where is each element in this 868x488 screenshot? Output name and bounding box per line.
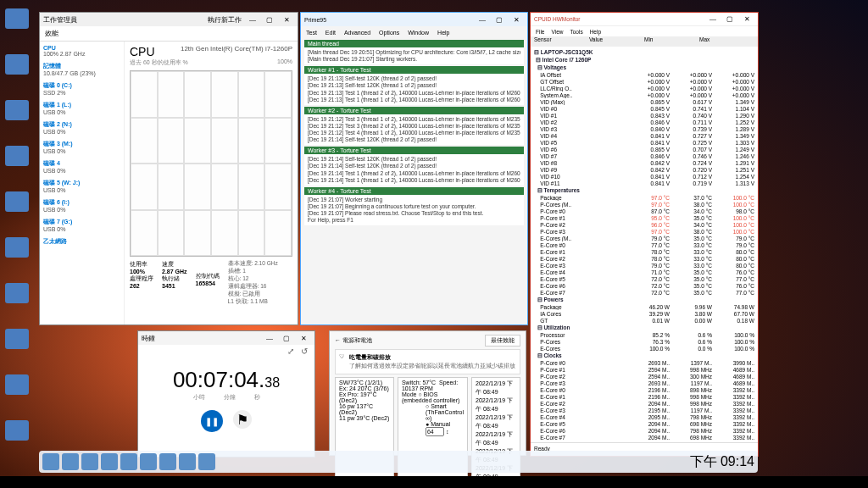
desktop-icon[interactable] xyxy=(2,191,32,222)
sensor-row[interactable]: E-Core #077.0 °C33.0 °C79.0 °C xyxy=(534,241,754,248)
expand-icon[interactable]: ⤢ xyxy=(287,347,294,360)
sidebar-item-disk3[interactable]: 磁碟 3 (M:)USB 0% xyxy=(43,140,120,154)
sensor-row[interactable]: VID #90.842 V0.720 V1.251 V xyxy=(534,166,754,173)
minimize-icon[interactable]: — xyxy=(475,14,490,25)
menu-view[interactable]: View xyxy=(551,29,563,35)
sensor-row[interactable]: E-Core #772.0 °C35.0 °C77.0 °C xyxy=(534,289,754,296)
manual-speed-input[interactable] xyxy=(426,427,444,436)
sensor-row[interactable]: VID #80.842 V0.724 V1.291 V xyxy=(534,159,754,166)
menu-options[interactable]: Options xyxy=(379,30,399,36)
sidebar-item-cpu[interactable]: CPU100% 2.87 GHz xyxy=(43,45,120,57)
close-icon[interactable]: ✕ xyxy=(296,333,311,343)
sensor-row[interactable]: P-Core #22594 M..300 MHz4689 M.. xyxy=(534,373,754,380)
sensor-row[interactable]: E-Cores (M..79.0 °C35.0 °C79.0 °C xyxy=(534,235,754,241)
desktop-icon[interactable] xyxy=(2,420,32,451)
minimize-icon[interactable]: — xyxy=(262,333,277,343)
worker-header[interactable]: Worker #3 - Torture Test xyxy=(304,147,524,154)
sensor-row[interactable]: P-Core #296.0 °C34.0 °C100.0 °C xyxy=(534,221,754,228)
maximize-icon[interactable]: ▢ xyxy=(279,333,294,343)
sensor-row[interactable]: VID #30.840 V0.739 V1.289 V xyxy=(534,125,754,132)
sensor-row[interactable]: E-Core #178.0 °C33.0 °C80.0 °C xyxy=(534,248,754,255)
maximize-icon[interactable]: ▢ xyxy=(262,14,277,25)
taskbar-app[interactable] xyxy=(140,453,157,470)
sidebar-item-disk2[interactable]: 磁碟 2 (N:)USB 0% xyxy=(43,120,120,135)
sensor-row[interactable]: E-Core #12196 M..998 MHz3392 M.. xyxy=(534,393,754,400)
sidebar-item-disk0[interactable]: 磁碟 0 (C:)SSD 2% xyxy=(43,81,120,96)
taskbar-app[interactable] xyxy=(159,453,176,470)
desktop-icon[interactable] xyxy=(2,374,32,405)
menu-window[interactable]: Window xyxy=(408,30,429,36)
hwm-tree[interactable]: ⊟ LAPTOP-JSC31Q5K ⊟ Intel Core i7 1260P … xyxy=(531,47,758,442)
sensor-row[interactable]: VID #110.841 V0.719 V1.313 V xyxy=(534,180,754,186)
sensor-row[interactable]: E-Core #471.0 °C35.0 °C76.0 °C xyxy=(534,269,754,275)
sensor-row[interactable]: P-Cores76.3 %0.6 %100.0 % xyxy=(534,338,754,345)
sensor-row[interactable]: Package46.20 W9.96 W74.98 W xyxy=(534,303,754,310)
sensor-row[interactable]: E-Core #52094 M..698 MHz3392 M.. xyxy=(534,420,754,427)
taskbar[interactable]: 下午 09:14 xyxy=(39,451,758,473)
sensor-row[interactable]: VID #70.846 V0.746 V1.246 V xyxy=(534,152,754,159)
sensor-row[interactable]: Package97.0 °C37.0 °C100.0 °C xyxy=(534,194,754,201)
sensor-row[interactable]: E-Core #278.0 °C33.0 °C80.0 °C xyxy=(534,255,754,262)
sensor-row[interactable]: P-Core #195.0 °C35.0 °C100.0 °C xyxy=(534,214,754,221)
worker-header[interactable]: Worker #4 - Torture Test xyxy=(304,187,524,195)
sensor-row[interactable]: E-Core #22094 M..998 MHz3392 M.. xyxy=(534,400,754,407)
prime95-titlebar[interactable]: Prime95 —▢✕ xyxy=(301,13,527,26)
maximize-icon[interactable]: ▢ xyxy=(492,14,507,25)
sidebar-item-disk7[interactable]: 磁碟 7 (G:)USB 0% xyxy=(43,218,120,232)
tray-time[interactable]: 下午 09:14 xyxy=(690,453,754,471)
sensor-row[interactable]: VID #40.841 V0.727 V1.349 V xyxy=(534,132,754,139)
tree-host[interactable]: ⊟ LAPTOP-JSC31Q5K xyxy=(534,48,754,56)
sensor-row[interactable]: VID (Max)0.865 V0.617 V1.349 V xyxy=(534,98,754,105)
sensor-row[interactable]: VID #20.846 V0.711 V1.252 V xyxy=(534,119,754,125)
worker-header[interactable]: Main thread xyxy=(304,40,524,47)
sensor-row[interactable]: Processor85.2 %0.6 %100.0 % xyxy=(534,331,754,338)
timer-titlebar[interactable]: 時鐘 —▢✕ xyxy=(138,331,314,345)
lap-button[interactable]: ⚑ xyxy=(233,410,252,429)
desktop-icon[interactable] xyxy=(2,8,32,39)
minimize-icon[interactable]: — xyxy=(705,14,721,25)
desktop-icon[interactable] xyxy=(2,54,32,85)
sidebar-item-mem[interactable]: 記憶體10.8/47.7 GB (23%) xyxy=(43,62,120,76)
menu-tools[interactable]: Tools xyxy=(570,29,582,35)
menu-help[interactable]: Help xyxy=(590,29,601,35)
tree-cpu[interactable]: ⊟ Intel Core i7 1260P xyxy=(534,56,754,64)
worker-header[interactable]: Worker #2 - Torture Test xyxy=(304,107,524,114)
run-new-task[interactable]: 執行新工作 xyxy=(208,15,242,25)
menu-advanced[interactable]: Advanced xyxy=(344,30,370,36)
sensor-row[interactable]: E-Core #32195 M..1197 M..3392 M.. xyxy=(534,407,754,413)
sensor-row[interactable]: LLC/Ring O..+0.000 V+0.000 V+0.000 V xyxy=(534,85,754,92)
close-icon[interactable]: ✕ xyxy=(739,14,754,25)
desktop-icon[interactable] xyxy=(2,329,32,359)
sensor-row[interactable]: E-Core #72094 M..698 MHz3392 M.. xyxy=(534,434,754,441)
minimize-icon[interactable]: — xyxy=(245,14,260,25)
best-perf-button[interactable]: 最佳效能 xyxy=(485,335,520,347)
sensor-row[interactable]: VID #10.843 V0.740 V1.290 V xyxy=(534,112,754,119)
taskbar-app[interactable] xyxy=(179,453,196,470)
close-icon[interactable]: ✕ xyxy=(509,14,524,25)
sensor-row[interactable]: System Age..+0.000 V+0.000 V+0.000 V xyxy=(534,92,754,98)
desktop-icon[interactable] xyxy=(2,146,32,176)
taskbar-app[interactable] xyxy=(120,453,137,470)
sensor-row[interactable]: VID #60.865 V0.707 V1.249 V xyxy=(534,146,754,152)
sensor-row[interactable]: E-Core #42095 M..798 MHz3392 M.. xyxy=(534,413,754,420)
close-icon[interactable]: ✕ xyxy=(279,14,294,25)
sidebar-item-disk1[interactable]: 磁碟 1 (L:)USB 0% xyxy=(43,101,120,115)
menu-help[interactable]: Help xyxy=(437,30,449,36)
worker-header[interactable]: Worker #1 - Torture Test xyxy=(304,66,524,74)
sensor-row[interactable]: E-Core #672.0 °C35.0 °C76.0 °C xyxy=(534,282,754,289)
sensor-row[interactable]: P-Core #32693 M..1197 M..4689 M.. xyxy=(534,380,754,386)
sidebar-item-disk6[interactable]: 磁碟 6 (I:)USB 0% xyxy=(43,198,120,213)
sensor-row[interactable]: E-Core #379.0 °C33.0 °C80.0 °C xyxy=(534,262,754,269)
maximize-icon[interactable]: ▢ xyxy=(722,14,737,25)
tab-performance[interactable]: 效能 xyxy=(45,29,58,38)
sensor-row[interactable]: E-Core #62094 M..798 MHz3392 M.. xyxy=(534,427,754,434)
sensor-row[interactable]: IA Cores39.29 W3.80 W67.70 W xyxy=(534,310,754,317)
sensor-row[interactable]: P-Cores (M..97.0 °C38.0 °C100.0 °C xyxy=(534,201,754,208)
menu-edit[interactable]: Edit xyxy=(326,30,336,36)
start-button[interactable] xyxy=(42,453,59,470)
sidebar-item-disk4[interactable]: 磁碟 4USB 0% xyxy=(43,159,120,174)
reset-icon[interactable]: ↺ xyxy=(301,347,308,360)
sensor-row[interactable]: VID #50.841 V0.725 V1.303 V xyxy=(534,139,754,146)
sensor-row[interactable]: IA Offset+0.000 V+0.000 V+0.000 V xyxy=(534,71,754,78)
taskbar-app[interactable] xyxy=(81,453,98,470)
